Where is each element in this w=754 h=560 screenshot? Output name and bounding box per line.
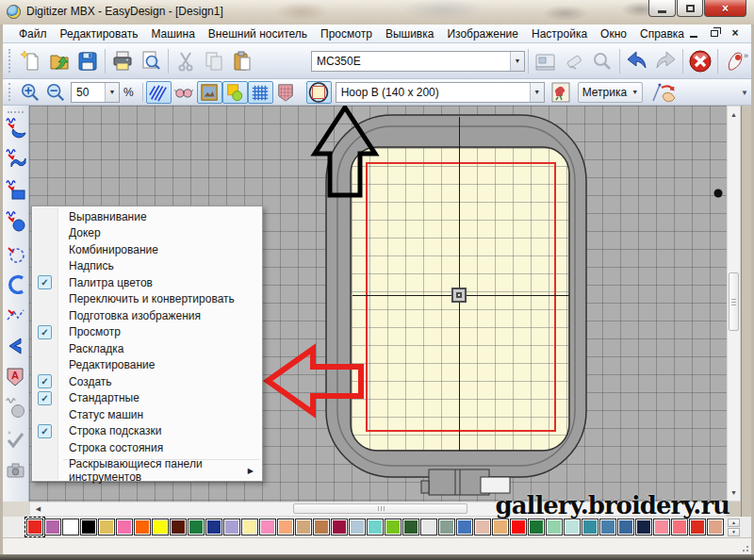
menu-machine[interactable]: Машина (144, 25, 201, 42)
show-stitches-button[interactable] (146, 81, 172, 104)
paste-button[interactable] (228, 47, 256, 75)
tool-lettering-button[interactable]: A (5, 365, 27, 387)
menu-view[interactable]: Просмотр (314, 25, 379, 42)
palette-swatch-21[interactable] (402, 519, 419, 535)
mdi-restore-button[interactable] (708, 26, 721, 40)
menu-window[interactable]: Окно (594, 25, 633, 42)
cut-button[interactable] (172, 47, 200, 75)
show-grid-button[interactable] (248, 81, 273, 104)
palette-swatch-19[interactable] (367, 519, 384, 535)
palette-swatch-32[interactable] (599, 519, 616, 535)
tool-outline-shape-button[interactable] (5, 240, 27, 263)
title-bar[interactable]: Digitizer MBX - EasyDesign - [Design1] × (0, 0, 754, 25)
zoom-in-button[interactable] (17, 81, 42, 104)
palette-swatch-15[interactable] (295, 519, 312, 535)
palette-swatch-27[interactable] (510, 519, 527, 535)
hoop-template-button[interactable] (549, 81, 574, 104)
context-menu-item-5[interactable]: Переключить и конвертировать (33, 291, 261, 308)
tool-accept-button[interactable] (5, 427, 27, 450)
menu-settings[interactable]: Настройка (525, 25, 594, 42)
scroll-up-button[interactable]: ▲ (728, 107, 740, 122)
menu-image[interactable]: Изображение (440, 25, 525, 42)
palette-swatch-8[interactable] (170, 519, 187, 535)
show-fabric-button[interactable] (273, 81, 299, 104)
stitch-eraser-button[interactable] (560, 47, 588, 75)
palette-scroll-down-button[interactable]: ▼ (728, 528, 740, 536)
tool-photo-button[interactable] (5, 458, 27, 481)
dropdown-arrow-icon[interactable]: ▼ (530, 83, 544, 102)
palette-swatch-5[interactable] (116, 519, 133, 535)
show-hoop-button[interactable] (306, 81, 332, 104)
palette-swatch-24[interactable] (456, 519, 473, 535)
dropdown-arrow-icon[interactable]: ▼ (510, 52, 524, 71)
palette-swatch-10[interactable] (205, 519, 222, 535)
context-menu-item-9[interactable]: Редактирование (33, 357, 261, 374)
dropdown-arrow-icon[interactable]: ▼ (105, 83, 119, 102)
context-menu-item-2[interactable]: Комбинирование (33, 241, 261, 258)
palette-swatch-6[interactable] (134, 519, 151, 535)
hoop-combo[interactable]: Hoop B (140 x 200) ▼ (336, 82, 545, 103)
zoom-tool-button[interactable] (588, 47, 616, 75)
print-button[interactable] (108, 47, 137, 75)
zoom-out-button[interactable] (42, 81, 68, 104)
palette-swatch-17[interactable] (331, 519, 348, 535)
context-menu-item-1[interactable]: Докер (33, 225, 261, 242)
palette-swatch-38[interactable] (707, 519, 724, 535)
palette-swatch-1[interactable] (44, 519, 61, 535)
show-picture-button[interactable] (197, 81, 222, 104)
toolbar-grip[interactable] (8, 83, 13, 101)
mdi-close-button[interactable]: × (729, 26, 742, 40)
horizontal-scrollbar-thumb[interactable] (293, 503, 467, 514)
palette-swatch-37[interactable] (689, 519, 706, 535)
context-menu-item-13[interactable]: ✓Строка подсказки (33, 423, 261, 440)
palette-swatch-11[interactable] (223, 519, 240, 535)
tool-chevron-shape-button[interactable] (5, 334, 27, 356)
save-design-button[interactable] (74, 47, 102, 75)
vertical-scrollbar[interactable]: ▲ ▼ (727, 106, 741, 502)
palette-swatch-34[interactable] (635, 519, 652, 535)
context-menu-item-flyout-toolbars[interactable]: Раскрывающиеся панели инструментов▶ (33, 463, 261, 480)
palette-swatch-30[interactable] (564, 519, 581, 535)
context-menu-item-12[interactable]: Статус машин (33, 406, 261, 423)
palette-swatch-0[interactable] (26, 519, 43, 535)
palette-swatch-28[interactable] (528, 519, 545, 535)
palette-swatch-22[interactable] (420, 519, 437, 535)
context-menu-item-8[interactable]: Раскладка (33, 340, 261, 357)
context-menu-item-7[interactable]: ✓Просмотр (33, 324, 261, 341)
menu-help[interactable]: Справка (633, 25, 691, 42)
tool-arc-button[interactable] (5, 272, 27, 294)
units-combo[interactable]: Метрика ▼ (578, 82, 643, 103)
resize-grip[interactable] (740, 543, 749, 552)
palette-swatch-13[interactable] (259, 519, 276, 535)
palette-swatch-4[interactable] (98, 519, 115, 535)
minimize-button[interactable] (648, 0, 676, 17)
select-pointer-button[interactable] (648, 81, 680, 104)
tool-stamp-button[interactable] (5, 396, 27, 419)
toolbar-grip[interactable] (8, 111, 23, 113)
context-menu-item-10[interactable]: ✓Создать (33, 373, 261, 390)
context-menu-item-6[interactable]: Подготовка изображения (33, 307, 261, 324)
menu-removable-media[interactable]: Внешний носитель (202, 25, 314, 42)
palette-swatch-31[interactable] (582, 519, 598, 535)
context-menu-item-4[interactable]: ✓Палитра цветов (33, 274, 261, 291)
scroll-left-button[interactable]: ◀ (31, 502, 45, 515)
overflow-chevron-icon[interactable]: » (744, 51, 747, 60)
print-preview-button[interactable] (137, 47, 165, 75)
tool-rectangle-button[interactable] (5, 178, 27, 201)
palette-swatch-9[interactable] (188, 519, 205, 535)
vertical-scrollbar-thumb[interactable] (729, 272, 739, 331)
tool-open-line-button[interactable] (5, 303, 27, 325)
menu-embroidery[interactable]: Вышивка (379, 25, 441, 42)
palette-swatch-26[interactable] (492, 519, 509, 535)
palette-swatch-29[interactable] (546, 519, 563, 535)
context-menu-item-11[interactable]: ✓Стандартные (33, 390, 261, 407)
close-design-button[interactable] (686, 47, 714, 75)
palette-swatch-7[interactable] (152, 519, 169, 535)
mdi-minimize-button[interactable] (687, 26, 700, 40)
menu-edit[interactable]: Редактировать (54, 25, 145, 42)
new-document-button[interactable] (17, 47, 45, 75)
context-menu-item-0[interactable]: Выравнивание (33, 208, 261, 225)
maximize-button[interactable] (677, 0, 703, 17)
close-button[interactable]: × (704, 0, 746, 17)
palette-swatch-33[interactable] (617, 519, 634, 535)
